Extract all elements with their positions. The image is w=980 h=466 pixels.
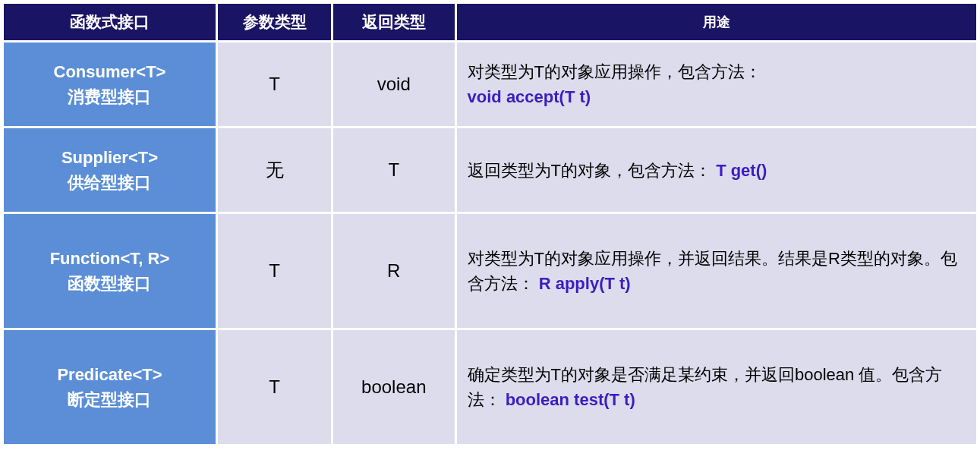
table-row: Consumer<T> 消费型接口 T void 对类型为T的对象应用操作，包含… — [4, 43, 976, 126]
functional-interfaces-table: 函数式接口 参数类型 返回类型 用途 Consumer<T> 消费型接口 T v… — [2, 2, 978, 446]
usage-method: T get() — [716, 161, 767, 180]
interface-desc: 供给型接口 — [14, 170, 205, 195]
return-cell: R — [333, 214, 455, 328]
return-cell: T — [333, 128, 455, 212]
usage-method: R apply(T t) — [539, 274, 631, 293]
header-return: 返回类型 — [333, 4, 455, 40]
interface-desc: 消费型接口 — [14, 84, 205, 109]
param-cell: T — [218, 43, 331, 126]
usage-method: boolean test(T t) — [506, 390, 635, 409]
return-cell: void — [333, 43, 455, 126]
usage-text: 对类型为T的对象应用操作，包含方法： — [468, 62, 761, 81]
interface-cell: Function<T, R> 函数型接口 — [4, 214, 216, 328]
return-cell: boolean — [333, 330, 455, 444]
header-interface: 函数式接口 — [4, 4, 216, 40]
interface-name: Supplier<T> — [14, 145, 205, 170]
interface-name: Function<T, R> — [14, 246, 205, 271]
usage-cell: 确定类型为T的对象是否满足某约束，并返回boolean 值。包含方法： bool… — [457, 330, 976, 444]
table-header-row: 函数式接口 参数类型 返回类型 用途 — [4, 4, 976, 40]
interface-cell: Predicate<T> 断定型接口 — [4, 330, 216, 444]
table-row: Predicate<T> 断定型接口 T boolean 确定类型为T的对象是否… — [4, 330, 976, 444]
interface-desc: 断定型接口 — [14, 387, 205, 412]
usage-cell: 返回类型为T的对象，包含方法： T get() — [457, 128, 976, 212]
interface-cell: Consumer<T> 消费型接口 — [4, 43, 216, 126]
interface-desc: 函数型接口 — [14, 271, 205, 296]
header-param: 参数类型 — [218, 4, 331, 40]
usage-cell: 对类型为T的对象应用操作，包含方法： void accept(T t) — [457, 43, 976, 126]
usage-cell: 对类型为T的对象应用操作，并返回结果。结果是R类型的对象。包含方法： R app… — [457, 214, 976, 328]
param-cell: T — [218, 214, 331, 328]
table-row: Supplier<T> 供给型接口 无 T 返回类型为T的对象，包含方法： T … — [4, 128, 976, 212]
table-row: Function<T, R> 函数型接口 T R 对类型为T的对象应用操作，并返… — [4, 214, 976, 328]
header-usage: 用途 — [457, 4, 976, 40]
param-cell: T — [218, 330, 331, 444]
interface-cell: Supplier<T> 供给型接口 — [4, 128, 216, 212]
interface-name: Consumer<T> — [14, 59, 205, 84]
usage-text: 返回类型为T的对象，包含方法： — [468, 161, 711, 180]
interface-name: Predicate<T> — [14, 362, 205, 387]
param-cell: 无 — [218, 128, 331, 212]
usage-method: void accept(T t) — [468, 87, 591, 106]
